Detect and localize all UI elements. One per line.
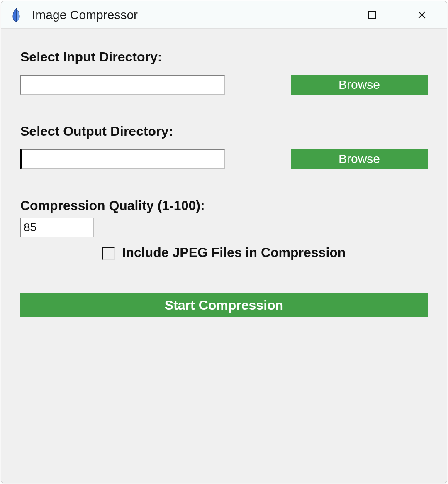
browse-output-button[interactable]: Browse — [291, 149, 428, 169]
output-dir-field[interactable] — [20, 149, 225, 169]
include-jpeg-checkbox[interactable] — [102, 247, 115, 260]
minimize-icon — [317, 10, 327, 20]
app-window: Image Compressor Select Input Directory:… — [1, 1, 447, 483]
minimize-button[interactable] — [297, 1, 347, 28]
quality-field[interactable] — [20, 218, 94, 237]
close-button[interactable] — [397, 1, 447, 28]
output-dir-row: Browse — [20, 149, 428, 169]
maximize-icon — [368, 10, 377, 20]
input-dir-label: Select Input Directory: — [20, 49, 428, 65]
window-controls — [297, 1, 447, 28]
client-area: Select Input Directory: Browse Select Ou… — [1, 29, 447, 483]
start-compression-button[interactable]: Start Compression — [20, 293, 428, 317]
include-jpeg-row: Include JPEG Files in Compression — [20, 245, 428, 260]
browse-input-button[interactable]: Browse — [291, 75, 428, 95]
quality-label: Compression Quality (1-100): — [20, 198, 428, 213]
quality-block: Compression Quality (1-100): — [20, 198, 428, 237]
feather-icon — [9, 7, 24, 22]
include-jpeg-label: Include JPEG Files in Compression — [122, 245, 346, 260]
output-dir-label: Select Output Directory: — [20, 124, 428, 139]
window-title: Image Compressor — [32, 8, 297, 22]
titlebar: Image Compressor — [1, 1, 447, 29]
svg-rect-2 — [369, 12, 375, 18]
close-icon — [417, 10, 427, 20]
input-dir-row: Browse — [20, 75, 428, 95]
input-dir-field[interactable] — [20, 75, 225, 95]
maximize-button[interactable] — [347, 1, 397, 28]
